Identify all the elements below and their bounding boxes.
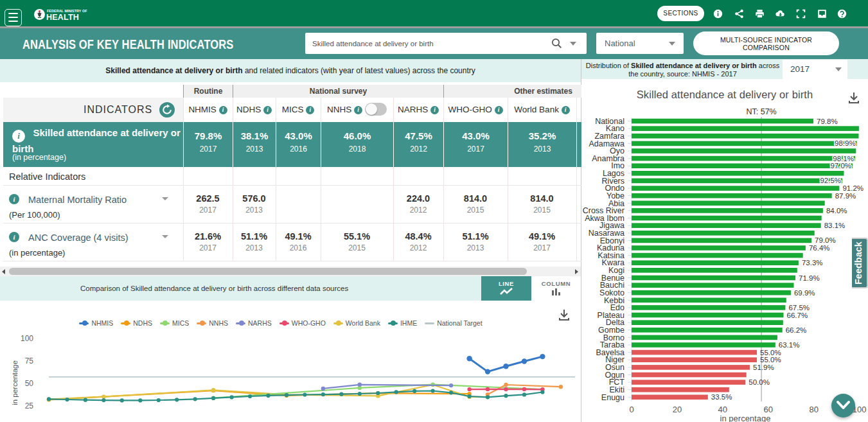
svg-text:76.4%: 76.4%	[809, 244, 830, 252]
svg-text:50.0%: 50.0%	[748, 378, 770, 386]
svg-text:80: 80	[809, 405, 818, 414]
svg-text:66.7%: 66.7%	[787, 312, 808, 319]
svg-text:91.2%: 91.2%	[842, 184, 864, 192]
svg-text:in percentage: in percentage	[720, 414, 771, 422]
svg-text:71.9%: 71.9%	[799, 274, 820, 282]
svg-text:69.9%: 69.9%	[794, 289, 815, 297]
svg-text:79.0%: 79.0%	[815, 236, 836, 244]
svg-text:25: 25	[25, 401, 34, 410]
svg-text:67.5%: 67.5%	[788, 304, 810, 312]
svg-text:0: 0	[629, 405, 633, 414]
svg-text:73.3%: 73.3%	[802, 259, 823, 267]
svg-text:NT: 57%: NT: 57%	[746, 107, 776, 116]
svg-text:75: 75	[25, 356, 34, 365]
svg-text:66.2%: 66.2%	[786, 326, 807, 334]
svg-text:83.1%: 83.1%	[824, 222, 846, 229]
svg-text:92.5%: 92.5%	[820, 177, 841, 184]
svg-text:33.5%: 33.5%	[711, 393, 732, 401]
svg-text:55.0%: 55.0%	[760, 349, 781, 356]
svg-text:100: 100	[21, 334, 33, 343]
svg-text:98.9%: 98.9%	[835, 139, 856, 147]
svg-text:84.0%: 84.0%	[826, 207, 847, 215]
svg-text:79.8%: 79.8%	[817, 118, 838, 125]
svg-text:87.9%: 87.9%	[835, 192, 856, 200]
svg-text:63.1%: 63.1%	[779, 341, 800, 349]
svg-text:50: 50	[25, 379, 34, 388]
svg-text:60: 60	[764, 405, 773, 414]
svg-text:in percentage: in percentage	[11, 360, 19, 405]
svg-text:Enugu: Enugu	[601, 393, 624, 402]
svg-text:55.0%: 55.0%	[760, 356, 781, 364]
svg-text:51.9%: 51.9%	[753, 364, 774, 371]
svg-text:40: 40	[718, 405, 727, 414]
svg-text:98.1%: 98.1%	[833, 155, 854, 163]
svg-text:20: 20	[673, 405, 682, 414]
svg-text:97.0%: 97.0%	[830, 162, 851, 170]
